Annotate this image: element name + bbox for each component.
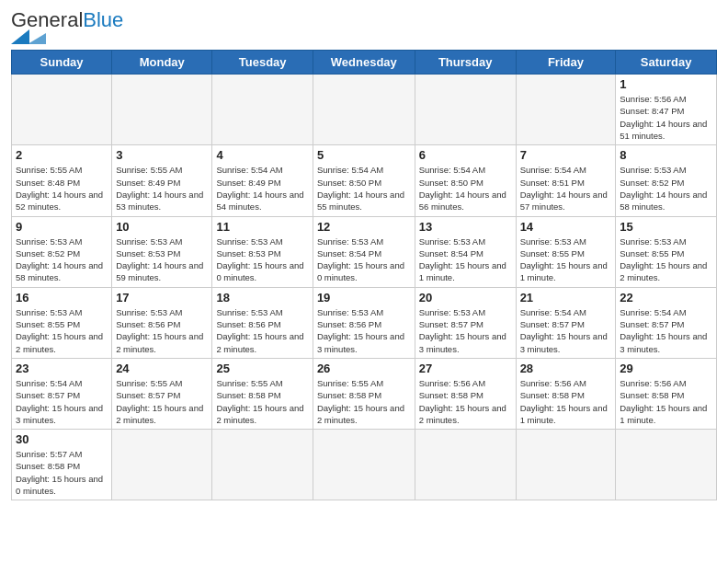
col-header-thursday: Thursday: [415, 51, 516, 75]
calendar-cell: 29Sunrise: 5:56 AM Sunset: 8:58 PM Dayli…: [616, 358, 717, 429]
day-info: Sunrise: 5:56 AM Sunset: 8:58 PM Dayligh…: [620, 377, 712, 426]
day-info: Sunrise: 5:53 AM Sunset: 8:52 PM Dayligh…: [620, 164, 712, 213]
calendar-cell: 23Sunrise: 5:54 AM Sunset: 8:57 PM Dayli…: [12, 358, 112, 429]
day-number: 5: [317, 148, 411, 162]
day-number: 3: [116, 148, 208, 162]
day-info: Sunrise: 5:55 AM Sunset: 8:57 PM Dayligh…: [116, 377, 208, 426]
calendar-cell: 16Sunrise: 5:53 AM Sunset: 8:55 PM Dayli…: [12, 287, 112, 358]
calendar-week-row: 30Sunrise: 5:57 AM Sunset: 8:58 PM Dayli…: [12, 430, 717, 500]
day-info: Sunrise: 5:54 AM Sunset: 8:50 PM Dayligh…: [419, 164, 512, 213]
calendar-cell: 22Sunrise: 5:54 AM Sunset: 8:57 PM Dayli…: [616, 287, 717, 358]
col-header-wednesday: Wednesday: [313, 51, 415, 75]
day-info: Sunrise: 5:57 AM Sunset: 8:58 PM Dayligh…: [16, 448, 108, 497]
col-header-friday: Friday: [516, 51, 616, 75]
header: GeneralBlue: [11, 9, 717, 44]
calendar-cell: 26Sunrise: 5:55 AM Sunset: 8:58 PM Dayli…: [313, 358, 415, 429]
day-info: Sunrise: 5:53 AM Sunset: 8:53 PM Dayligh…: [116, 236, 208, 284]
day-info: Sunrise: 5:53 AM Sunset: 8:57 PM Dayligh…: [419, 306, 512, 355]
calendar-cell: 4Sunrise: 5:54 AM Sunset: 8:49 PM Daylig…: [212, 145, 313, 216]
calendar-cell: 8Sunrise: 5:53 AM Sunset: 8:52 PM Daylig…: [616, 145, 717, 216]
day-info: Sunrise: 5:53 AM Sunset: 8:52 PM Dayligh…: [16, 236, 108, 284]
calendar-cell: 17Sunrise: 5:53 AM Sunset: 8:56 PM Dayli…: [112, 287, 212, 358]
calendar-cell: 5Sunrise: 5:54 AM Sunset: 8:50 PM Daylig…: [313, 145, 415, 216]
day-info: Sunrise: 5:53 AM Sunset: 8:55 PM Dayligh…: [16, 306, 108, 355]
day-number: 20: [419, 291, 512, 304]
day-number: 7: [520, 148, 612, 162]
calendar-cell: 15Sunrise: 5:53 AM Sunset: 8:55 PM Dayli…: [616, 216, 717, 287]
calendar-cell: 9Sunrise: 5:53 AM Sunset: 8:52 PM Daylig…: [12, 216, 112, 287]
calendar-cell: 19Sunrise: 5:53 AM Sunset: 8:56 PM Dayli…: [313, 287, 415, 358]
logo-text: GeneralBlue: [11, 9, 123, 31]
calendar-week-row: 9Sunrise: 5:53 AM Sunset: 8:52 PM Daylig…: [12, 216, 717, 287]
calendar-cell: [415, 430, 516, 500]
day-number: 19: [317, 291, 411, 304]
calendar-cell: [313, 430, 415, 500]
day-number: 30: [16, 432, 108, 446]
calendar-week-row: 23Sunrise: 5:54 AM Sunset: 8:57 PM Dayli…: [12, 358, 717, 429]
day-number: 1: [620, 77, 712, 91]
calendar-cell: [12, 75, 112, 145]
day-info: Sunrise: 5:55 AM Sunset: 8:49 PM Dayligh…: [116, 164, 208, 213]
calendar-week-row: 16Sunrise: 5:53 AM Sunset: 8:55 PM Dayli…: [12, 287, 717, 358]
page: GeneralBlue SundayMondayTuesdayWednesday…: [0, 0, 728, 510]
day-info: Sunrise: 5:53 AM Sunset: 8:56 PM Dayligh…: [116, 306, 208, 355]
day-info: Sunrise: 5:53 AM Sunset: 8:56 PM Dayligh…: [216, 306, 308, 355]
calendar-cell: 7Sunrise: 5:54 AM Sunset: 8:51 PM Daylig…: [516, 145, 616, 216]
day-number: 9: [16, 220, 108, 234]
day-info: Sunrise: 5:54 AM Sunset: 8:57 PM Dayligh…: [620, 306, 712, 355]
calendar-cell: 21Sunrise: 5:54 AM Sunset: 8:57 PM Dayli…: [516, 287, 616, 358]
calendar-cell: 3Sunrise: 5:55 AM Sunset: 8:49 PM Daylig…: [112, 145, 212, 216]
col-header-tuesday: Tuesday: [212, 51, 313, 75]
calendar-cell: 20Sunrise: 5:53 AM Sunset: 8:57 PM Dayli…: [415, 287, 516, 358]
calendar-cell: 28Sunrise: 5:56 AM Sunset: 8:58 PM Dayli…: [516, 358, 616, 429]
calendar-cell: 25Sunrise: 5:55 AM Sunset: 8:58 PM Dayli…: [212, 358, 313, 429]
day-number: 27: [419, 362, 512, 375]
logo-icon: [11, 29, 46, 44]
calendar-cell: 14Sunrise: 5:53 AM Sunset: 8:55 PM Dayli…: [516, 216, 616, 287]
day-number: 16: [16, 291, 108, 304]
svg-marker-0: [11, 29, 29, 44]
day-number: 22: [620, 291, 712, 304]
logo: GeneralBlue: [11, 9, 123, 44]
day-info: Sunrise: 5:55 AM Sunset: 8:48 PM Dayligh…: [16, 164, 108, 213]
day-info: Sunrise: 5:53 AM Sunset: 8:53 PM Dayligh…: [216, 236, 308, 284]
calendar-cell: [415, 75, 516, 145]
calendar-cell: [212, 430, 313, 500]
calendar-cell: 30Sunrise: 5:57 AM Sunset: 8:58 PM Dayli…: [12, 430, 112, 500]
day-number: 21: [520, 291, 612, 304]
day-number: 6: [419, 148, 512, 162]
calendar-cell: 11Sunrise: 5:53 AM Sunset: 8:53 PM Dayli…: [212, 216, 313, 287]
day-info: Sunrise: 5:55 AM Sunset: 8:58 PM Dayligh…: [317, 377, 411, 426]
day-info: Sunrise: 5:53 AM Sunset: 8:54 PM Dayligh…: [317, 236, 411, 284]
day-number: 23: [16, 362, 108, 375]
calendar-cell: 10Sunrise: 5:53 AM Sunset: 8:53 PM Dayli…: [112, 216, 212, 287]
day-number: 11: [216, 220, 308, 234]
day-number: 14: [520, 220, 612, 234]
calendar-cell: [112, 430, 212, 500]
calendar-cell: 2Sunrise: 5:55 AM Sunset: 8:48 PM Daylig…: [12, 145, 112, 216]
day-info: Sunrise: 5:56 AM Sunset: 8:58 PM Dayligh…: [419, 377, 512, 426]
calendar-cell: [212, 75, 313, 145]
col-header-monday: Monday: [112, 51, 212, 75]
day-info: Sunrise: 5:54 AM Sunset: 8:50 PM Dayligh…: [317, 164, 411, 213]
day-number: 4: [216, 148, 308, 162]
svg-marker-1: [28, 33, 46, 44]
calendar-cell: 12Sunrise: 5:53 AM Sunset: 8:54 PM Dayli…: [313, 216, 415, 287]
calendar-week-row: 2Sunrise: 5:55 AM Sunset: 8:48 PM Daylig…: [12, 145, 717, 216]
col-header-saturday: Saturday: [616, 51, 717, 75]
calendar-cell: [112, 75, 212, 145]
calendar-cell: 6Sunrise: 5:54 AM Sunset: 8:50 PM Daylig…: [415, 145, 516, 216]
day-number: 25: [216, 362, 308, 375]
calendar-cell: 24Sunrise: 5:55 AM Sunset: 8:57 PM Dayli…: [112, 358, 212, 429]
day-number: 17: [116, 291, 208, 304]
day-number: 12: [317, 220, 411, 234]
day-info: Sunrise: 5:54 AM Sunset: 8:49 PM Dayligh…: [216, 164, 308, 213]
day-info: Sunrise: 5:54 AM Sunset: 8:57 PM Dayligh…: [520, 306, 612, 355]
day-info: Sunrise: 5:54 AM Sunset: 8:51 PM Dayligh…: [520, 164, 612, 213]
calendar-cell: [516, 430, 616, 500]
day-number: 18: [216, 291, 308, 304]
day-info: Sunrise: 5:53 AM Sunset: 8:55 PM Dayligh…: [520, 236, 612, 284]
day-number: 15: [620, 220, 712, 234]
calendar-cell: [516, 75, 616, 145]
day-info: Sunrise: 5:53 AM Sunset: 8:55 PM Dayligh…: [620, 236, 712, 284]
